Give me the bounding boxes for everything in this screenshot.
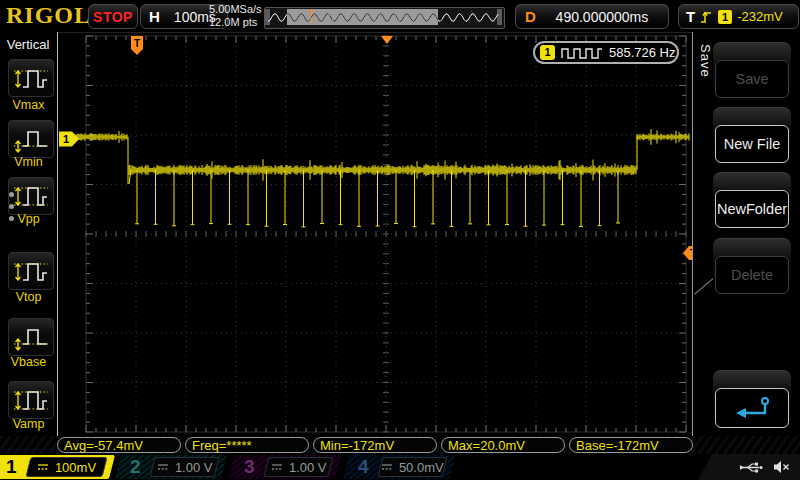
channel-4-indicator[interactable]: 4 50.0mV xyxy=(343,455,455,479)
delete-button[interactable]: Delete xyxy=(715,256,789,294)
vamp-button[interactable] xyxy=(8,381,54,419)
vmax-button[interactable] xyxy=(8,59,54,97)
channel-1-number: 1 xyxy=(6,455,17,479)
speaker-muted-icon xyxy=(773,460,790,474)
back-button[interactable] xyxy=(715,388,789,428)
frequency-value: 585.726 Hz xyxy=(609,45,676,60)
brand-logo: RIGOL xyxy=(6,2,91,29)
channel-3-scale: 1.00 V xyxy=(289,460,327,475)
measurement-bar: Avg=-57.4mV Freq=***** Min=-172mV Max=20… xyxy=(57,436,700,454)
measurement-max: Max=20.0mV xyxy=(441,437,565,453)
sample-rate: 5.00MSa/s xyxy=(209,3,265,16)
run-state-indicator[interactable]: STOP xyxy=(88,4,138,29)
dc-coupling-icon xyxy=(157,463,169,471)
measurement-avg: Avg=-57.4mV xyxy=(57,437,181,453)
svg-text:1: 1 xyxy=(63,133,69,145)
trigger-label: T xyxy=(686,8,695,25)
delay-label: D xyxy=(525,8,536,25)
status-icon-panel xyxy=(698,454,800,480)
measurement-freq: Freq=***** xyxy=(185,437,309,453)
measurement-min: Min=-172mV xyxy=(313,437,437,453)
channel-status-bar: 1 100mV 2 1.00 V 3 1.00 V xyxy=(0,454,800,480)
vmin-icon xyxy=(11,124,51,154)
menu-tab-save: Save xyxy=(698,44,713,78)
vtop-icon xyxy=(11,256,51,286)
dc-coupling-icon xyxy=(381,463,393,471)
vtop-label: Vtop xyxy=(0,290,57,304)
vamp-label: Vamp xyxy=(0,417,57,431)
channel-2-number: 2 xyxy=(130,455,141,479)
horizontal-label: H xyxy=(149,8,160,25)
new-folder-button[interactable]: NewFolder xyxy=(715,190,789,228)
channel-3-indicator[interactable]: 3 1.00 V xyxy=(229,455,341,479)
measure-menu-title: Vertical xyxy=(0,37,56,52)
return-arrow-icon xyxy=(732,395,772,421)
trigger-source-badge: 1 xyxy=(718,10,732,24)
frequency-counter-badge: 1 585.726 Hz xyxy=(533,41,679,64)
vmin-label: Vmin xyxy=(0,155,57,169)
trigger-level-value: -232mV xyxy=(737,9,783,24)
save-button[interactable]: Save xyxy=(715,60,789,98)
vbase-label: Vbase xyxy=(0,355,57,369)
rising-edge-icon xyxy=(700,9,713,25)
softkey-menu: Save Save New File NewFolder Delete xyxy=(692,32,800,436)
thumbnail-trigger-marker: T xyxy=(308,8,314,18)
memory-waveform-thumbnail: T xyxy=(265,8,502,26)
channel-1-indicator[interactable]: 1 100mV xyxy=(0,455,115,479)
delay-position-marker[interactable] xyxy=(381,36,393,44)
channel-1-scale: 100mV xyxy=(55,460,96,475)
channel-4-scale: 50.0mV xyxy=(399,460,444,475)
memory-position-strip[interactable]: T xyxy=(264,7,505,29)
square-wave-icon xyxy=(561,47,603,59)
acquisition-info: 5.00MSa/s 12.0M pts xyxy=(209,3,265,29)
new-file-button[interactable]: New File xyxy=(715,125,789,163)
vtop-button[interactable] xyxy=(8,252,54,290)
vbase-button[interactable] xyxy=(8,318,54,356)
graticule: 1TT xyxy=(57,32,702,436)
vbase-icon xyxy=(11,322,51,352)
delay-box[interactable]: D 490.000000ms xyxy=(515,4,669,29)
run-state-label: STOP xyxy=(93,9,133,25)
vamp-icon xyxy=(11,385,51,415)
page-indicator-dot xyxy=(9,204,14,209)
vpp-button[interactable] xyxy=(8,177,54,215)
channel-2-scale: 1.00 V xyxy=(175,460,213,475)
delay-value: 490.000000ms xyxy=(536,9,668,25)
channel-3-number: 3 xyxy=(244,455,255,479)
trigger-box[interactable]: T 1 -232mV xyxy=(678,4,799,29)
freq-channel-badge: 1 xyxy=(540,45,555,60)
ch1-trace xyxy=(74,129,689,227)
page-indicator-dot xyxy=(9,192,14,197)
svg-text:T: T xyxy=(134,38,140,49)
channel-2-indicator[interactable]: 2 1.00 V xyxy=(115,455,227,479)
usb-icon xyxy=(739,461,763,474)
dc-coupling-icon xyxy=(37,463,49,471)
vmin-button[interactable] xyxy=(8,120,54,158)
page-indicator-dot xyxy=(9,216,14,221)
vpp-icon xyxy=(11,181,51,211)
memory-depth: 12.0M pts xyxy=(209,16,265,29)
channel-4-number: 4 xyxy=(358,455,369,479)
measurement-base: Base=-172mV xyxy=(569,437,693,453)
vmax-icon xyxy=(11,63,51,93)
vmax-label: Vmax xyxy=(0,98,57,112)
dc-coupling-icon xyxy=(271,463,283,471)
